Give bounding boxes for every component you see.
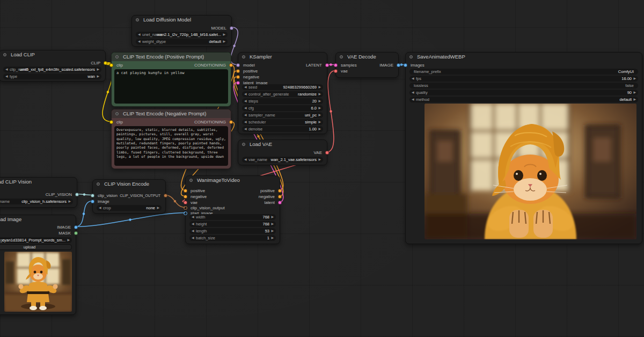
link-midpoint-dot[interactable] xyxy=(233,45,235,47)
output-port-clip-vision[interactable]: CLIP_VISION xyxy=(46,192,77,197)
latent-port-dot[interactable] xyxy=(334,63,338,67)
link-midpoint-dot[interactable] xyxy=(400,63,402,65)
node-save-animated-webp[interactable]: SaveAnimatedWEBP images filename_prefixC… xyxy=(405,52,642,244)
widget-height[interactable]: ◀height768▶ xyxy=(189,221,276,227)
input-port-image[interactable]: image xyxy=(93,199,109,204)
link-midpoint-dot[interactable] xyxy=(330,63,332,65)
increment-arrow-icon[interactable]: ▶ xyxy=(223,32,225,38)
node-title[interactable]: VAE Decode xyxy=(336,53,398,61)
node-clip-text-encode-positive[interactable]: CLIP Text Encode (Positive Prompt) clip … xyxy=(111,52,231,107)
widget-scheduler[interactable]: ◀schedulersimple▶ xyxy=(242,119,323,125)
conditioning-port-dot[interactable] xyxy=(278,189,282,193)
node-load-clip-vision[interactable]: Load CLIP Vision CLIP_VISION ◀clip_namec… xyxy=(0,177,77,208)
latent-port-dot[interactable] xyxy=(236,81,240,85)
output-port-positive[interactable]: positive xyxy=(260,188,280,194)
increment-arrow-icon[interactable]: ▶ xyxy=(633,76,636,82)
output-port-latent[interactable]: latent xyxy=(264,200,280,206)
prompt-textarea[interactable]: Overexposure, static, blurred details, s… xyxy=(114,126,228,166)
widget-denoise[interactable]: ◀denoise1.00▶ xyxy=(242,126,323,132)
node-vae-decode[interactable]: VAE Decode samples vae IMAGE xyxy=(335,52,399,78)
widget-batch-size[interactable]: ◀batch_size1▶ xyxy=(189,235,276,241)
collapse-dot-icon[interactable] xyxy=(97,182,100,186)
node-graph-canvas[interactable]: Load Diffusion Model MODEL ◀unet_namewan… xyxy=(0,0,644,337)
widget-weight-dtype[interactable]: ◀weight_dtypedefault▶ xyxy=(136,39,228,45)
output-port-conditioning[interactable]: CONDITIONING xyxy=(194,62,231,68)
decrement-arrow-icon[interactable]: ◀ xyxy=(244,112,247,118)
conditioning-port-dot[interactable] xyxy=(278,195,282,199)
widget-clip-name[interactable]: ◀clip_nameumt5_xxl_fp8_e4m3fn_scaled.saf… xyxy=(3,67,101,72)
clip-vision-output-port-dot[interactable] xyxy=(184,206,187,210)
widget-seed[interactable]: ◀seed924863299660269▶ xyxy=(242,84,323,90)
conditioning-port-dot[interactable] xyxy=(184,189,187,193)
output-port-negative[interactable]: negative xyxy=(259,194,280,200)
widget-image[interactable]: ◀imagecyan1d33814_Prompt_words_sm...▶ xyxy=(0,237,72,243)
link-midpoint-dot[interactable] xyxy=(257,135,259,137)
node-title[interactable]: CLIP Text Encode (Negative Prompt) xyxy=(112,109,231,118)
input-port-vae[interactable]: vae xyxy=(336,68,348,74)
image-port-dot[interactable] xyxy=(397,63,400,67)
clip-port-dot[interactable] xyxy=(109,63,113,67)
node-title[interactable]: WanImageToVideo xyxy=(186,176,280,185)
increment-arrow-icon[interactable]: ▶ xyxy=(271,228,274,234)
node-title[interactable]: Load CLIP xyxy=(0,50,105,59)
output-port-mask[interactable]: MASK xyxy=(58,230,76,236)
decrement-arrow-icon[interactable]: ◀ xyxy=(192,235,194,241)
increment-arrow-icon[interactable]: ▶ xyxy=(318,112,321,118)
image-port-dot[interactable] xyxy=(184,211,187,215)
collapse-dot-icon[interactable] xyxy=(136,18,139,21)
latent-port-dot[interactable] xyxy=(325,63,329,67)
widget-vae-name[interactable]: ◀vae_namewan_2.1_vae.safetensors▶ xyxy=(242,157,323,163)
increment-arrow-icon[interactable]: ▶ xyxy=(97,74,99,79)
input-port-negative[interactable]: negative xyxy=(238,74,259,80)
link-midpoint-dot[interactable] xyxy=(330,110,332,112)
decrement-arrow-icon[interactable]: ◀ xyxy=(244,84,247,90)
output-port-image[interactable]: IMAGE xyxy=(379,62,398,68)
input-port-positive[interactable]: positive xyxy=(238,68,258,74)
increment-arrow-icon[interactable]: ▶ xyxy=(223,39,225,45)
node-load-diffusion-model[interactable]: Load Diffusion Model MODEL ◀unet_namewan… xyxy=(131,15,232,47)
conditioning-port-dot[interactable] xyxy=(229,120,233,124)
node-title[interactable]: CLIP Vision Encode xyxy=(93,180,165,188)
increment-arrow-icon[interactable]: ▶ xyxy=(318,98,321,104)
node-title[interactable]: CLIP Text Encode (Positive Prompt) xyxy=(112,53,231,61)
widget-steps[interactable]: ◀steps20▶ xyxy=(242,98,323,104)
image-port-dot[interactable] xyxy=(91,200,94,203)
output-port-clip[interactable]: CLIP xyxy=(91,60,105,66)
widget-quality[interactable]: ◀quality90▶ xyxy=(409,90,638,96)
input-port-model[interactable]: model xyxy=(238,62,255,68)
conditioning-port-dot[interactable] xyxy=(236,69,240,73)
node-load-vae[interactable]: Load VAE VAE ◀vae_namewan_2.1_vae.safete… xyxy=(238,140,327,165)
node-clip-vision-encode[interactable]: CLIP Vision Encode clip_vision image CLI… xyxy=(92,179,166,214)
collapse-dot-icon[interactable] xyxy=(340,55,343,58)
vae-port-dot[interactable] xyxy=(334,69,338,73)
decrement-arrow-icon[interactable]: ◀ xyxy=(244,119,247,125)
conditioning-port-dot[interactable] xyxy=(229,63,233,67)
conditioning-port-dot[interactable] xyxy=(236,75,240,79)
decrement-arrow-icon[interactable]: ◀ xyxy=(244,126,247,132)
link-midpoint-dot[interactable] xyxy=(174,200,176,202)
link-midpoint-dot[interactable] xyxy=(83,193,85,195)
node-title[interactable]: Load Diffusion Model xyxy=(132,16,231,24)
increment-arrow-icon[interactable]: ▶ xyxy=(157,205,159,211)
decrement-arrow-icon[interactable]: ◀ xyxy=(5,67,8,72)
increment-arrow-icon[interactable]: ▶ xyxy=(318,84,321,90)
node-title[interactable]: Load Image xyxy=(0,215,76,224)
image-port-dot[interactable] xyxy=(404,63,407,67)
increment-arrow-icon[interactable]: ▶ xyxy=(318,105,321,111)
widget-control-after-generate[interactable]: ◀control_after_generaterandomize▶ xyxy=(242,91,323,97)
increment-arrow-icon[interactable]: ▶ xyxy=(271,214,274,220)
decrement-arrow-icon[interactable]: ◀ xyxy=(192,214,194,220)
widget-filename-prefix[interactable]: filename_prefixComfyUI xyxy=(409,69,638,75)
link-midpoint-dot[interactable] xyxy=(107,91,109,93)
decrement-arrow-icon[interactable]: ◀ xyxy=(99,205,101,211)
clip-vision-port-dot[interactable] xyxy=(75,193,79,196)
increment-arrow-icon[interactable]: ▶ xyxy=(271,221,274,227)
decrement-arrow-icon[interactable]: ◀ xyxy=(244,98,247,104)
clip-vision-port-dot[interactable] xyxy=(91,194,94,197)
decrement-arrow-icon[interactable]: ◀ xyxy=(192,228,194,234)
collapse-dot-icon[interactable] xyxy=(115,55,119,58)
node-wan-image-to-video[interactable]: WanImageToVideo positive negative vae cl… xyxy=(185,175,280,244)
clip-vision-output-port-dot[interactable] xyxy=(164,194,167,197)
output-port-model[interactable]: MODEL xyxy=(211,25,231,31)
widget-fps[interactable]: ◀fps16.00▶ xyxy=(409,76,638,82)
